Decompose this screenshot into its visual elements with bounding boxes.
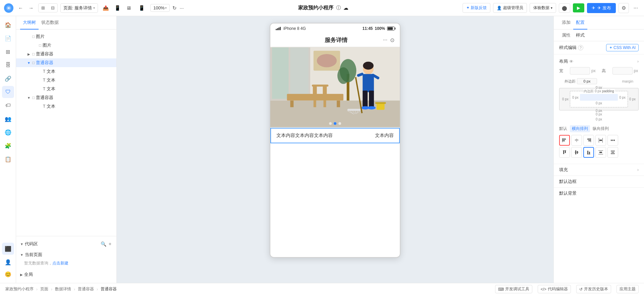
phone-nav-icons: ··· ⊙ bbox=[383, 37, 394, 43]
sub-tab-props[interactable]: 属性 bbox=[559, 30, 573, 41]
default-layout-tab[interactable]: 默认 bbox=[559, 126, 567, 132]
phone-view-button[interactable]: 📱 bbox=[112, 4, 123, 12]
height-input[interactable] bbox=[612, 67, 633, 75]
horizontal-layout-tab[interactable]: 横向排列 bbox=[570, 125, 590, 132]
sidebar-blocks-icon[interactable]: ⬛ bbox=[2, 243, 14, 255]
style-editor-help-btn[interactable]: ? bbox=[578, 45, 583, 50]
node-eye-btn-4[interactable]: 👁 bbox=[102, 60, 108, 65]
current-page-header[interactable]: ▼ 当前页面 bbox=[16, 250, 116, 259]
align-right-btn[interactable] bbox=[583, 135, 594, 146]
admin-button[interactable]: 👤 超级管理员 bbox=[493, 3, 527, 13]
fill-arrow[interactable]: › bbox=[637, 167, 639, 172]
tree-item-text-3[interactable]: T 文本 bbox=[16, 85, 116, 93]
sidebar-home-icon[interactable]: 🏠 bbox=[2, 19, 14, 31]
create-link[interactable]: 点击新建 bbox=[52, 261, 68, 265]
sidebar-shield-icon[interactable]: 🛡 bbox=[2, 86, 14, 98]
refresh-button[interactable]: ↻ bbox=[172, 5, 177, 11]
sidebar-puzzle-icon[interactable]: 🧩 bbox=[2, 140, 14, 152]
canvas-area[interactable]: iPhone 8 4G 11:45 100% 服务详情 ··· ⊙ bbox=[117, 16, 553, 283]
list-view-button[interactable]: ⊟ bbox=[48, 4, 57, 12]
tab-config[interactable]: 配置 bbox=[573, 16, 587, 30]
more-options-button[interactable]: ··· bbox=[632, 4, 640, 12]
layout-eye-icon[interactable]: 👁 bbox=[569, 59, 574, 64]
page-selector[interactable]: 页面: 服务详情 ▾ bbox=[60, 3, 98, 13]
toolbar: ← → ⊞ ⊟ 页面: 服务详情 ▾ 📤 📱 🖥 📱 100% ▾ ↻ ··· … bbox=[0, 0, 644, 16]
nav-more-icon[interactable]: ··· bbox=[383, 37, 387, 43]
align-space-around-btn[interactable] bbox=[607, 135, 618, 146]
tree-item-container-3[interactable]: ▼ □ 普通容器 bbox=[16, 93, 116, 102]
phone-icon-button[interactable]: 📱 bbox=[136, 3, 148, 13]
align-space-between-btn[interactable] bbox=[595, 135, 606, 146]
extra-value-1: 0 px bbox=[559, 112, 639, 117]
tree-item-image-2[interactable]: □ 图片 👁 ⠿ bbox=[16, 41, 116, 50]
grid-view-button[interactable]: ⊞ bbox=[39, 4, 48, 12]
align-bottom-btn[interactable] bbox=[583, 147, 594, 158]
node-eye-btn-3[interactable]: 👁 bbox=[102, 51, 108, 57]
margin-top-input[interactable] bbox=[577, 78, 597, 84]
forward-button[interactable]: → bbox=[26, 4, 36, 12]
tree-item-text-1[interactable]: T 文本 bbox=[16, 67, 116, 76]
tab-add[interactable]: 添加 bbox=[559, 16, 573, 30]
sidebar-users-icon[interactable]: 👥 bbox=[2, 113, 14, 125]
code-add-btn[interactable]: ＋ bbox=[108, 241, 112, 247]
data-button[interactable]: 体验数据 ▾ bbox=[530, 3, 556, 13]
sidebar-tag-icon[interactable]: 🏷 bbox=[2, 99, 14, 111]
align-center-h-btn[interactable]: 中 bbox=[571, 135, 582, 146]
tree-item-text-4[interactable]: T 文本 bbox=[16, 102, 116, 111]
toolbar-more-button[interactable]: ··· bbox=[179, 5, 184, 11]
vertical-layout-tab[interactable]: 纵向排列 bbox=[593, 126, 609, 132]
export-button[interactable]: 📤 bbox=[101, 4, 111, 12]
layout-section-header[interactable]: 布局 👁 › bbox=[554, 57, 644, 66]
sub-tab-style[interactable]: 样式 bbox=[573, 30, 587, 41]
svg-rect-12 bbox=[290, 101, 293, 107]
tab-outline-tree[interactable]: 大纲树 bbox=[20, 16, 39, 30]
node-drag-btn-3[interactable]: ⠿ bbox=[109, 51, 114, 57]
node-drag-btn-2[interactable]: ⠿ bbox=[109, 43, 114, 48]
sidebar-avatar-icon[interactable]: 👤 bbox=[2, 256, 14, 268]
zoom-selector[interactable]: 100% ▾ bbox=[150, 4, 170, 12]
code-section-header[interactable]: ▼ 代码区 🔍 ＋ bbox=[16, 239, 116, 249]
align-left-btn[interactable] bbox=[559, 135, 570, 146]
node-eye-btn-2[interactable]: 👁 bbox=[102, 43, 108, 48]
code-search-btn[interactable]: 🔍 bbox=[101, 241, 106, 247]
tablet-view-button[interactable]: 🖥 bbox=[124, 4, 133, 12]
info-main-text: 文本内容文本内容文本内容 bbox=[276, 133, 375, 139]
tree-item-container-1[interactable]: ▶ □ 普通容器 👁 ⠿ bbox=[16, 50, 116, 58]
node-eye-btn[interactable]: 👁 bbox=[102, 34, 108, 39]
node-drag-btn-4[interactable]: ⠿ bbox=[109, 60, 114, 65]
css-ai-button[interactable]: ✦ CSS With AI bbox=[606, 44, 639, 51]
width-label: 宽 bbox=[559, 68, 567, 74]
sidebar-link-icon[interactable]: 🔗 bbox=[2, 72, 14, 85]
feedback-button[interactable]: ✦ 新版反馈 bbox=[463, 3, 490, 13]
slider-dot-1[interactable] bbox=[329, 122, 332, 125]
global-header[interactable]: ▶ 全局 bbox=[16, 270, 116, 279]
tree-item-text-2[interactable]: T 文本 bbox=[16, 76, 116, 85]
tree-item-image-1[interactable]: □ 图片 👁 ⠿ bbox=[16, 32, 116, 41]
expand-arrow-cont-3: ▼ bbox=[27, 96, 31, 100]
settings-button[interactable]: ⚙ bbox=[619, 3, 629, 13]
recording-button[interactable]: ⬤ bbox=[559, 3, 570, 13]
nav-record-icon[interactable]: ⊙ bbox=[390, 37, 394, 43]
sidebar-face-icon[interactable]: 😊 bbox=[2, 268, 14, 280]
publish-button[interactable]: ✈ ✈ 发布 bbox=[587, 3, 616, 13]
sidebar-component-icon[interactable]: ⊞ bbox=[2, 46, 14, 58]
sidebar-org-icon[interactable]: 🌐 bbox=[2, 126, 14, 138]
align-middle-v-btn[interactable] bbox=[571, 147, 582, 158]
back-button[interactable]: ← bbox=[16, 4, 25, 12]
tree-item-container-2-selected[interactable]: ▼ □ 普通容器 👁 ⠿ bbox=[16, 58, 116, 67]
current-page-label: 当前页面 bbox=[25, 252, 42, 258]
border-header: 默认边框 bbox=[559, 179, 639, 185]
align-top-btn[interactable] bbox=[559, 147, 570, 158]
slider-dot-3[interactable] bbox=[338, 122, 341, 125]
sidebar-form-icon[interactable]: 📋 bbox=[2, 153, 14, 165]
tab-state-data[interactable]: 状态数据 bbox=[39, 16, 61, 30]
align-distribute-v-btn[interactable] bbox=[595, 147, 606, 158]
sidebar-page-icon[interactable]: 📄 bbox=[2, 32, 14, 44]
width-input[interactable] bbox=[570, 67, 590, 75]
align-text-btn[interactable] bbox=[607, 147, 618, 158]
play-button[interactable]: ▶ bbox=[573, 3, 584, 12]
node-drag-btn[interactable]: ⠿ bbox=[109, 34, 114, 39]
left-panel-tabs: 大纲树 状态数据 bbox=[16, 16, 116, 30]
sidebar-data-icon[interactable]: 🗄 bbox=[2, 59, 14, 71]
slider-dot-2[interactable] bbox=[334, 122, 336, 125]
